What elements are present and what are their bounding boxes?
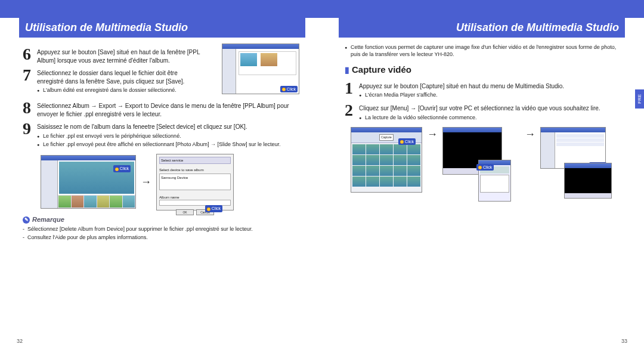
step-2-text: Cliquez sur [Menu] → [Ouvrir] sur votre … <box>359 104 621 113</box>
note-icon: ✎ <box>23 216 30 224</box>
step-number: 9 <box>23 120 37 149</box>
intro-text: Cette fonction vous permet de capturer u… <box>345 44 621 58</box>
multimedia-studio-screenshot: Capture Click <box>351 127 422 193</box>
click-badge: Click <box>476 164 494 171</box>
left-page: Utilisation de Multimedia Studio 6 Appuy… <box>0 18 322 350</box>
media-player-group: Click <box>442 127 502 175</box>
left-content: 6 Appuyez sur le bouton [Save] situé en … <box>17 44 305 241</box>
step-1-bullet: L'écran Media Player s'affiche. <box>359 91 621 98</box>
step-number: 6 <box>23 46 37 64</box>
step-6: 6 Appuyez sur le bouton [Save] situé en … <box>23 46 216 64</box>
step-9-bullet-1: Le fichier .ppl est envoyé vers le périp… <box>37 132 299 140</box>
step-7: 7 Sélectionnez le dossier dans lequel le… <box>23 67 216 95</box>
open-video-group: Click <box>540 127 606 169</box>
step-9: 9 Saisissez le nom de l'album dans la fe… <box>23 120 299 149</box>
dialog-title: Select service <box>159 157 231 164</box>
step-9-text: Saisissez le nom de l'album dans la fene… <box>37 123 299 131</box>
capture-button: Capture <box>379 134 394 141</box>
dialog-ok-button: OK <box>176 209 194 215</box>
arrow-icon: → <box>141 175 151 189</box>
remark-heading: ✎Remarque <box>23 215 299 224</box>
page-number-right: 33 <box>621 338 627 344</box>
step-8: 8 Sélectionnez Album → Export → Export t… <box>23 100 299 118</box>
media-player-playing <box>564 163 612 199</box>
capture-images-row: Capture Click → <box>351 127 621 193</box>
ppl-album-screenshot: Click <box>41 155 136 209</box>
step-1: 1 Appuyez sur le bouton [Capture] situé … <box>345 80 621 100</box>
step-2-bullet: La lecture de la vidéo sélectionnée comm… <box>359 114 621 121</box>
step-number: 8 <box>23 100 37 118</box>
click-badge: Click <box>205 205 222 212</box>
step-6-text: Appuyez sur le bouton [Save] situé en ha… <box>37 46 216 64</box>
step-8-text: Sélectionnez Album → Export → Export to … <box>37 100 299 118</box>
dialog-field-label: Album name <box>159 195 231 200</box>
step-2: 2 Cliquez sur [Menu] → [Ouvrir] sur votr… <box>345 102 621 122</box>
remark-label-text: Remarque <box>32 216 64 223</box>
step-7-text: Sélectionnez le dossier dans lequel le f… <box>37 69 204 85</box>
click-badge: Click <box>113 165 131 172</box>
step-1-text: Appuyez sur le bouton [Capture] situé en… <box>359 82 621 91</box>
thumbnail-grid <box>351 143 422 188</box>
capture-panel: Click <box>478 160 511 202</box>
dialog-subtitle: Select device to save album <box>159 168 231 172</box>
left-header: Utilisation de Multimedia Studio <box>17 18 305 38</box>
right-page: Utilisation de Multimedia Studio FRE Cet… <box>322 18 644 350</box>
arrow-icon: → <box>427 127 438 141</box>
save-dialog-screenshot: Click <box>222 44 299 94</box>
right-content: Cette fonction vous permet de capturer u… <box>339 44 627 193</box>
page-number-left: 32 <box>17 338 23 344</box>
step-number: 2 <box>345 102 359 122</box>
select-device-dialog: Select service Select device to save alb… <box>156 154 234 210</box>
step-number: 7 <box>23 67 37 95</box>
right-header: Utilisation de Multimedia Studio <box>339 18 627 38</box>
remark-1: Sélectionnez [Delete Album from Device] … <box>23 225 299 233</box>
step-number: 1 <box>345 80 359 100</box>
dialog-device-list: Samsung Device <box>159 174 231 190</box>
remark-2: Consultez l'Aide pour de plus amples inf… <box>23 234 299 241</box>
click-badge: Click <box>398 138 416 145</box>
step-9-images: Click → <box>41 154 299 210</box>
language-tab: FRE <box>635 89 644 109</box>
capture-video-heading: Capture vidéo <box>345 64 621 76</box>
step-9-bullet-2: Le fichier .ppl envoyé peut être affiché… <box>37 141 299 148</box>
arrow-icon: → <box>525 127 535 141</box>
click-badge: Click <box>280 86 298 92</box>
step-7-bullet: L'album édité est enregistré dans le dos… <box>37 86 204 94</box>
page-spread: Utilisation de Multimedia Studio 6 Appuy… <box>0 0 644 350</box>
